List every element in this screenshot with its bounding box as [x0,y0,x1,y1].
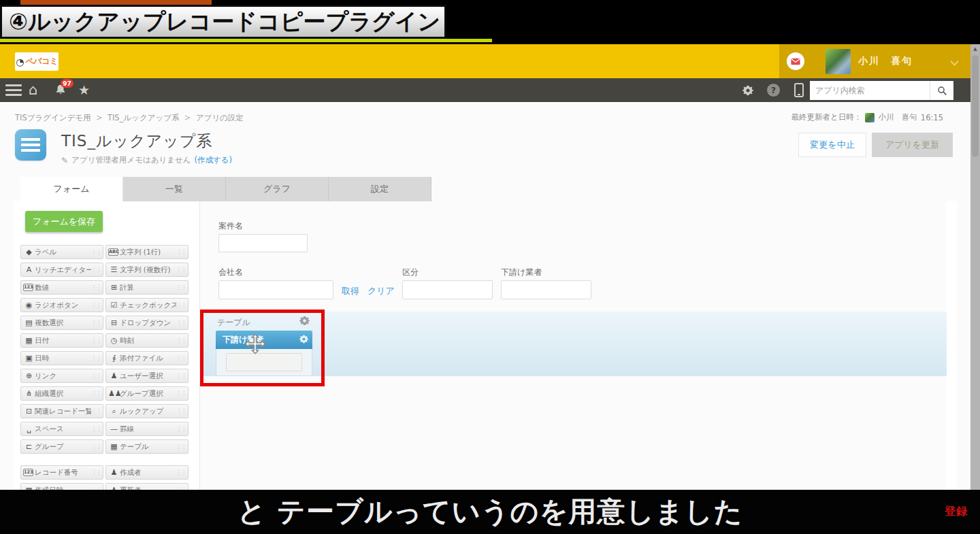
field-type-icon: ∮ [108,354,120,362]
palette-field-item[interactable]: ☑ チェックボックス ⋮⋮ [105,298,189,312]
palette-field-item[interactable]: ⊡ 関連レコード一覧 ⋮⋮ [20,404,103,418]
hamburger-menu-icon[interactable] [5,84,22,96]
drag-handle-icon[interactable]: ⋮⋮ [91,302,101,308]
palette-field-item[interactable]: ␣ スペース ⋮⋮ [20,422,103,436]
drag-handle-icon[interactable]: ⋮⋮ [91,469,101,475]
palette-field-item[interactable]: ▤ 複数選択 ⋮⋮ [20,316,103,330]
drag-handle-icon[interactable]: ⋮⋮ [91,267,101,273]
gear-icon [742,85,753,96]
palette-field-item[interactable]: ☰ 文字列 (複数行) ⋮⋮ [105,263,189,277]
settings-gear-button[interactable] [742,85,753,99]
breadcrumb-item[interactable]: アプリの設定 [196,113,244,122]
palette-field-item[interactable]: ⊞ 計算 ⋮⋮ [105,280,189,295]
search-button[interactable] [930,81,953,100]
palette-field-item[interactable]: ⊏ グループ ⋮⋮ [20,439,103,454]
field-type-icon: A [23,266,35,273]
anken-input[interactable] [218,234,308,252]
lookup-get-link[interactable]: 取得 [342,285,359,297]
drag-handle-icon[interactable]: ⋮⋮ [91,426,101,432]
main-content: TISプラグインデモ用 TIS_ルックアップ系 アプリの設定 最終更新者と日時：… [0,102,970,490]
drag-handle-icon[interactable]: ⋮⋮ [176,355,186,361]
drag-handle-icon[interactable]: ⋮⋮ [91,337,101,344]
palette-field-item[interactable]: ♟♟ グループ選択 ⋮⋮ [105,386,189,401]
palette-field-item[interactable]: 123 レコード番号 ⋮⋮ [20,465,103,480]
last-updated-info: 最終更新者と日時： 小川 喜句 16:15 [791,112,943,122]
palette-field-item[interactable]: ◉ ラジオボタン ⋮⋮ [20,298,103,312]
palette-field-item[interactable]: ⊕ リンク ⋮⋮ [20,369,103,383]
breadcrumb-item[interactable]: TISプラグインデモ用 [15,113,105,122]
drag-handle-icon[interactable]: ⋮⋮ [176,390,186,397]
page-scrollbar[interactable]: ▲ [970,44,980,490]
drag-handle-icon[interactable]: ⋮⋮ [91,284,101,290]
page-title: TIS_ルックアップ系 [61,131,212,152]
pepacomi-logo[interactable]: ◔ ペパコミ [15,52,59,71]
tab-label: 一覧 [165,183,183,195]
lookup-clear-link[interactable]: クリア [368,285,395,297]
palette-field-item[interactable]: — 罫線 ⋮⋮ [105,422,189,436]
drag-handle-icon[interactable]: ⋮⋮ [176,426,186,432]
tab[interactable]: フォーム [20,177,123,201]
palette-field-item[interactable]: ♟ ユーザー選択 ⋮⋮ [105,369,189,383]
messages-button[interactable] [787,52,804,70]
drag-handle-icon[interactable]: ⋮⋮ [176,373,186,379]
field-type-icon: ⌕ [108,407,120,415]
palette-field-item[interactable]: ◆ ラベル ⋮⋮ [20,245,103,259]
palette-field-item[interactable]: ◷ 時刻 ⋮⋮ [105,333,189,348]
drag-handle-icon[interactable]: ⋮⋮ [176,444,186,450]
update-app-button[interactable]: アプリを更新 [872,133,953,157]
mobile-view-icon[interactable] [794,83,804,97]
scrollbar-thumb[interactable] [972,55,979,157]
favorites-star-icon[interactable]: ★ [78,84,90,97]
drag-handle-icon[interactable]: ⋮⋮ [176,337,186,344]
drag-handle-icon[interactable]: ⋮⋮ [176,284,186,290]
cancel-changes-button[interactable]: 変更を中止 [798,133,866,157]
palette-field-item[interactable]: ▣ 日時 ⋮⋮ [20,351,103,365]
palette-field-item[interactable]: ♟ 作成者 ⋮⋮ [105,465,189,480]
breadcrumb: TISプラグインデモ用 TIS_ルックアップ系 アプリの設定 [15,113,244,123]
palette-field-item[interactable]: ⌕ ルックアップ ⋮⋮ [105,404,189,418]
palette-field-item[interactable]: ▦ テーブル ⋮⋮ [105,439,189,454]
kaisha-input[interactable] [218,280,333,299]
field-type-icon: ␣ [23,425,35,433]
help-button[interactable]: ? [767,84,780,97]
notifications-button[interactable]: 97 [54,84,67,99]
drag-handle-icon[interactable]: ⋮⋮ [91,320,101,326]
create-memo-link[interactable]: (作成する) [195,155,233,165]
drag-handle-icon[interactable]: ⋮⋮ [91,249,101,255]
subscribe-button[interactable]: 登録 [945,505,968,519]
tab[interactable]: 設定 [329,177,431,201]
drag-handle-icon[interactable]: ⋮⋮ [91,444,101,450]
drag-handle-icon[interactable]: ⋮⋮ [176,320,186,326]
field-type-label: 作成者 [120,468,176,478]
drag-handle-icon[interactable]: ⋮⋮ [91,373,101,379]
drag-handle-icon[interactable]: ⋮⋮ [176,408,186,414]
palette-field-item[interactable]: ⊟ ドロップダウン ⋮⋮ [105,316,189,330]
drag-handle-icon[interactable]: ⋮⋮ [176,249,186,255]
palette-field-item[interactable]: ABC 文字列 (1行) ⋮⋮ [105,245,189,259]
user-avatar[interactable] [826,49,851,74]
drag-handle-icon[interactable]: ⋮⋮ [176,302,186,308]
palette-field-item[interactable]: 123 数値 ⋮⋮ [20,280,103,295]
home-icon[interactable]: ⌂ [29,83,37,97]
drag-handle-icon[interactable]: ⋮⋮ [91,390,101,397]
drag-handle-icon[interactable]: ⋮⋮ [176,469,186,475]
drag-handle-icon[interactable]: ⋮⋮ [176,267,186,273]
shitauke-input[interactable] [501,280,591,299]
breadcrumb-item[interactable]: TIS_ルックアップ系 [108,113,193,122]
palette-field-item[interactable]: ▦ 日付 ⋮⋮ [20,333,103,348]
palette-field-item[interactable]: A リッチエディター ⋮⋮ [20,263,103,277]
palette-field-item[interactable]: ∮ 添付ファイル ⋮⋮ [105,351,189,365]
field-type-label: 計算 [120,283,176,293]
tab[interactable]: グラフ [226,177,329,201]
app-search-input[interactable] [810,81,930,100]
tab[interactable]: 一覧 [123,177,226,201]
save-form-button[interactable]: フォームを保存 [25,211,103,232]
scroll-up-arrow-icon[interactable]: ▲ [970,46,980,52]
palette-field-item[interactable]: ⋔ 組織選択 ⋮⋮ [20,386,103,401]
kubun-input[interactable] [402,280,493,299]
drag-handle-icon[interactable]: ⋮⋮ [91,355,101,361]
drag-handle-icon[interactable]: ⋮⋮ [91,408,101,414]
field-type-icon: ⊕ [23,372,35,380]
banner-orange-accent [20,0,212,5]
field-type-label: 日時 [35,354,91,363]
